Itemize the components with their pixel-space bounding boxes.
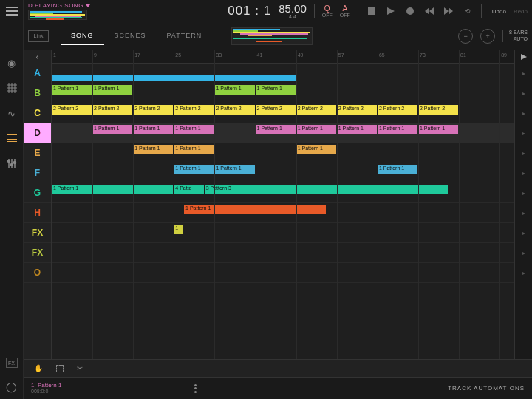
track-lane[interactable]: 1 Pattern 11 Pattern 11 Pattern 1 [52, 163, 514, 183]
clip[interactable]: 1 Pattern 1 [174, 125, 214, 134]
lane-play-button[interactable]: ▸ [515, 263, 532, 283]
track-header-A[interactable]: A [24, 64, 51, 83]
record-button[interactable] [404, 5, 416, 17]
track-header-FX[interactable]: FX [24, 223, 51, 243]
play-all-button[interactable] [515, 50, 532, 64]
position-display[interactable]: 001 : 1 [228, 4, 271, 18]
track-lane[interactable]: 1 Pattern 11 Pattern 11 Pattern 1 [52, 143, 514, 163]
clip[interactable]: 1 Pattern 1 [256, 85, 296, 95]
clip-info[interactable]: 1 Pattern 1 008:0:0 [31, 382, 61, 395]
settings-icon[interactable]: ◯ [5, 380, 18, 393]
lane-play-button[interactable]: ▸ [515, 243, 532, 263]
tempo-display[interactable]: 85.004:4 [279, 3, 307, 19]
track-header-D[interactable]: D [24, 123, 51, 143]
clip[interactable]: 1 Pattern 1 [92, 85, 132, 95]
lane-play-button[interactable]: ▸ [515, 163, 532, 183]
clip[interactable]: 2 Pattern 2 [296, 105, 336, 115]
zoom-in-button[interactable]: + [480, 29, 495, 44]
clip[interactable]: 1 Pattern 1 [378, 125, 417, 134]
track-header-B[interactable]: B [24, 83, 51, 103]
track-automations-button[interactable]: TRACK AUTOMATIONS [448, 385, 525, 392]
wave-icon[interactable]: ∿ [5, 106, 18, 120]
menu-icon[interactable] [5, 4, 18, 18]
clip[interactable]: 1 Pattern 1 [378, 165, 417, 174]
clip[interactable]: 1 [174, 225, 183, 234]
track-lane[interactable]: 1 Pattern 11 Pattern 11 Pattern 11 Patte… [52, 123, 514, 143]
midi-icon[interactable]: ◉ [5, 56, 18, 69]
track-lane[interactable]: 1 Pattern 14 Patte3 Pattern 3 [52, 183, 514, 203]
cut-tool-icon[interactable]: ✂ [77, 364, 83, 372]
select-tool-icon[interactable] [56, 365, 64, 372]
bar-ruler[interactable]: 1917253341495765738189 [52, 50, 514, 64]
track-header-FX[interactable]: FX [24, 243, 51, 263]
clip[interactable]: 2 Pattern 2 [337, 105, 377, 115]
song-overview[interactable] [231, 27, 313, 45]
clip[interactable]: 1 Pattern 1 [296, 125, 336, 134]
clip[interactable]: 4 Patte [174, 185, 203, 194]
track-lane[interactable]: 2 Pattern 22 Pattern 22 Pattern 22 Patte… [52, 103, 514, 123]
lane-play-button[interactable]: ▸ [515, 123, 532, 143]
undo-button[interactable]: Undo [492, 8, 506, 15]
clip[interactable]: 2 Pattern 2 [174, 105, 214, 115]
clip[interactable]: 1 Pattern 1 [174, 165, 214, 174]
clip[interactable]: 1 Pattern 1 [337, 125, 377, 134]
track-lane[interactable] [52, 243, 514, 263]
rewind-button[interactable] [423, 5, 435, 17]
lane-play-button[interactable]: ▸ [515, 64, 532, 83]
play-button[interactable] [385, 5, 397, 17]
mixer-icon[interactable] [5, 157, 18, 170]
forward-button[interactable] [443, 5, 454, 17]
tab-pattern[interactable]: PATTERN [157, 27, 213, 45]
track-header-H[interactable]: H [24, 203, 51, 223]
track-lane[interactable]: 1 [52, 223, 514, 243]
hand-tool-icon[interactable]: ✋ [34, 364, 43, 372]
clip[interactable]: 1 Pattern 1 [133, 145, 173, 154]
clip[interactable]: 2 Pattern 2 [133, 105, 173, 115]
track-lane[interactable]: 1 Pattern 1 [52, 203, 514, 223]
clip[interactable]: 3 Pattern 3 [205, 185, 449, 194]
loop-button[interactable]: ⟲ [462, 5, 474, 17]
clip[interactable]: 1 Pattern 1 [52, 185, 173, 194]
clip[interactable]: 2 Pattern 2 [418, 105, 458, 115]
project-label[interactable]: D PLAYING SONG [28, 2, 90, 9]
timeline-grid[interactable]: 1917253341495765738189 1 Pattern 11 Patt… [52, 50, 514, 359]
fx-icon[interactable]: FX [6, 358, 18, 368]
lane-play-button[interactable]: ▸ [515, 203, 532, 223]
clip[interactable]: 1 Pattern 1 [214, 165, 254, 174]
clip[interactable]: 1 Pattern 1 [52, 85, 92, 95]
clip[interactable]: 1 Pattern 1 [174, 145, 214, 154]
more-icon[interactable] [194, 384, 197, 393]
lane-play-button[interactable]: ▸ [515, 83, 532, 103]
track-lane[interactable] [52, 64, 514, 83]
track-header-G[interactable]: G [24, 183, 51, 203]
clip[interactable]: 2 Pattern 2 [378, 105, 417, 115]
lane-play-button[interactable]: ▸ [515, 143, 532, 163]
project-minimap[interactable] [28, 10, 87, 20]
clip[interactable]: 1 Pattern 1 [296, 145, 336, 154]
track-header-F[interactable]: F [24, 163, 51, 183]
track-header-O[interactable]: O [24, 263, 51, 283]
clip[interactable]: 2 Pattern 2 [52, 105, 92, 115]
arranger-icon[interactable] [5, 132, 18, 145]
track-header-E[interactable]: E [24, 143, 51, 163]
tab-scenes[interactable]: SCENES [104, 27, 157, 45]
lane-play-button[interactable]: ▸ [515, 183, 532, 203]
bar-settings[interactable]: 8 BARSAUTO [502, 30, 528, 42]
clip[interactable]: 2 Pattern 2 [256, 105, 296, 115]
quantize-toggle[interactable]: QOFF [322, 5, 332, 18]
link-button[interactable]: Link [28, 30, 49, 42]
track-lane[interactable] [52, 263, 514, 283]
clip[interactable]: 2 Pattern 2 [92, 105, 132, 115]
lane-play-button[interactable]: ▸ [515, 223, 532, 243]
grid-icon[interactable] [5, 81, 18, 95]
lane-play-button[interactable]: ▸ [515, 103, 532, 123]
scroll-left-button[interactable]: ‹ [24, 50, 51, 64]
clip[interactable]: 1 Pattern 1 [256, 125, 296, 134]
stop-button[interactable] [366, 5, 378, 17]
clip[interactable]: 1 Pattern 1 [214, 85, 254, 95]
track-lane[interactable]: 1 Pattern 11 Pattern 11 Pattern 11 Patte… [52, 83, 514, 103]
tab-song[interactable]: SONG [61, 27, 104, 45]
clip[interactable]: 2 Pattern 2 [214, 105, 254, 115]
clip[interactable]: 1 Pattern 1 [133, 125, 173, 134]
track-header-C[interactable]: C [24, 103, 51, 123]
